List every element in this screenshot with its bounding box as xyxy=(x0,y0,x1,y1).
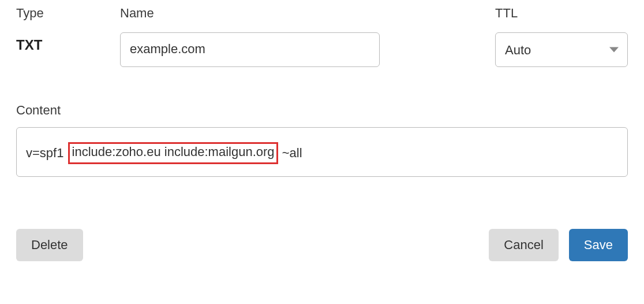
content-section: Content v=spf1 include:zoho.eu include:m… xyxy=(16,103,628,179)
name-input[interactable] xyxy=(120,32,380,67)
content-input-wrap: v=spf1 include:zoho.eu include:mailgun.o… xyxy=(16,127,628,179)
type-label: Type xyxy=(16,6,107,21)
ttl-field-group: TTL Auto xyxy=(495,6,628,67)
content-label: Content xyxy=(16,103,628,118)
type-value: TXT xyxy=(16,37,107,53)
ttl-select[interactable]: Auto xyxy=(495,32,628,67)
content-input[interactable] xyxy=(16,127,628,177)
save-button[interactable]: Save xyxy=(569,229,628,261)
action-button-row: Delete Cancel Save xyxy=(16,229,628,261)
dns-record-top-row: Type TXT Name TTL Auto xyxy=(16,6,628,67)
cancel-button[interactable]: Cancel xyxy=(489,229,558,261)
delete-button[interactable]: Delete xyxy=(16,229,83,261)
name-label: Name xyxy=(120,6,380,21)
ttl-label: TTL xyxy=(495,6,628,21)
name-field-group: Name xyxy=(120,6,380,67)
ttl-select-wrap: Auto xyxy=(495,32,628,67)
right-button-group: Cancel Save xyxy=(489,229,628,261)
type-field-group: Type TXT xyxy=(16,6,107,53)
